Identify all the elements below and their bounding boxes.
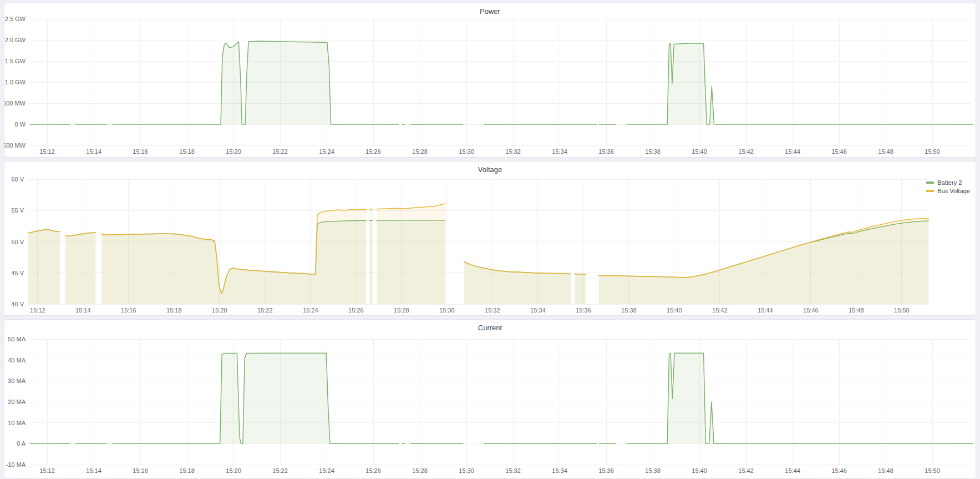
current-chart[interactable]: 50 MA40 MA30 MA20 MA10 MA0 A-10 MA15:121… <box>4 320 976 478</box>
panel-voltage-title[interactable]: Voltage <box>4 162 976 175</box>
x-axis-tick-label: 15:50 <box>925 148 940 155</box>
panel-power: Power 2.5 GW2.0 GW1.5 GW1.0 GW500 MW0 W-… <box>4 3 976 158</box>
x-axis-tick-label: 15:50 <box>894 307 910 314</box>
x-axis-tick-label: 15:48 <box>849 307 864 314</box>
series-line <box>575 274 586 274</box>
x-axis-tick-label: 15:14 <box>86 148 101 155</box>
y-axis-tick-label: 30 MA <box>8 377 26 384</box>
legend-item-battery-2[interactable]: Battery 2 <box>926 178 970 186</box>
series-area <box>627 43 973 124</box>
x-axis-tick-label: 15:14 <box>75 307 91 314</box>
x-axis-tick-label: 15:36 <box>598 148 614 155</box>
x-axis-tick-label: 15:18 <box>179 467 195 474</box>
y-axis-tick-label: 50 V <box>11 239 24 245</box>
x-axis-tick-label: 15:30 <box>439 307 455 314</box>
x-axis-tick-label: 15:44 <box>758 307 773 314</box>
x-axis-tick-label: 15:44 <box>785 148 800 155</box>
series-area <box>464 262 571 305</box>
x-axis-tick-label: 15:18 <box>166 307 182 314</box>
y-axis-tick-label: 50 MA <box>8 336 26 342</box>
x-axis-tick-label: 15:28 <box>412 467 428 474</box>
voltage-legend: Battery 2Bus Voltage <box>926 178 970 195</box>
x-axis-tick-label: 15:28 <box>394 307 409 314</box>
panel-voltage: Voltage 60 V55 V50 V45 V40 V15:1215:1415… <box>4 161 976 316</box>
y-axis-tick-label: 45 V <box>11 270 24 276</box>
x-axis-tick-label: 15:46 <box>831 467 847 474</box>
series-area <box>28 230 60 304</box>
x-axis-tick-label: 15:26 <box>365 467 381 474</box>
x-axis-tick-label: 15:50 <box>925 467 940 474</box>
x-axis-tick-label: 15:28 <box>412 148 428 155</box>
y-axis-tick-label: 0 W <box>14 121 26 128</box>
x-axis-tick-label: 15:20 <box>226 148 241 155</box>
x-axis-tick-label: 15:30 <box>459 148 474 155</box>
x-axis-tick-label: 15:12 <box>30 307 45 314</box>
x-axis-tick-label: 15:40 <box>692 467 707 474</box>
x-axis-tick-label: 15:14 <box>86 467 101 474</box>
y-axis-tick-label: 0 A <box>17 440 26 447</box>
voltage-chart[interactable]: 60 V55 V50 V45 V40 V15:1215:1415:1615:18… <box>4 162 976 315</box>
x-axis-tick-label: 15:16 <box>133 467 148 474</box>
x-axis-tick-label: 15:42 <box>738 467 754 474</box>
x-axis-tick-label: 15:34 <box>552 148 567 155</box>
legend-swatch-icon <box>926 181 934 184</box>
y-axis-tick-label: -500 MW <box>4 142 26 149</box>
x-axis-tick-label: 15:26 <box>365 148 381 155</box>
y-axis-tick-label: 55 V <box>11 207 24 214</box>
series-area <box>599 218 929 304</box>
series-area <box>101 209 366 304</box>
x-axis-tick-label: 15:48 <box>878 148 893 155</box>
series-area <box>113 353 399 443</box>
y-axis-tick-label: 40 MA <box>8 357 26 364</box>
legend-label: Bus Voltage <box>937 188 970 194</box>
x-axis-tick-label: 15:36 <box>598 467 614 474</box>
x-axis-tick-label: 15:34 <box>530 307 546 314</box>
x-axis-tick-label: 15:16 <box>121 307 136 314</box>
y-axis-tick-label: 500 MW <box>4 100 26 107</box>
power-chart[interactable]: 2.5 GW2.0 GW1.5 GW1.0 GW500 MW0 W-500 MW… <box>4 3 976 157</box>
panel-current-title[interactable]: Current <box>4 320 976 333</box>
x-axis-tick-label: 15:42 <box>738 148 754 155</box>
x-axis-tick-label: 15:24 <box>319 467 334 474</box>
y-axis-tick-label: 1.0 GW <box>5 79 26 85</box>
y-axis-tick-label: 20 MA <box>8 399 26 405</box>
x-axis-tick-label: 15:26 <box>348 307 364 314</box>
series-area <box>627 353 973 443</box>
series-area <box>369 209 372 304</box>
x-axis-tick-label: 15:22 <box>257 307 273 314</box>
x-axis-tick-label: 15:38 <box>621 307 637 314</box>
x-axis-tick-label: 15:12 <box>39 148 55 155</box>
y-axis-tick-label: 1.5 GW <box>5 58 26 64</box>
y-axis-tick-label: -10 MA <box>6 461 26 468</box>
y-axis-tick-label: 60 V <box>11 176 24 183</box>
legend-item-bus-voltage[interactable]: Bus Voltage <box>926 186 970 195</box>
y-axis-tick-label: 40 V <box>11 301 24 307</box>
series-area <box>113 41 399 124</box>
x-axis-tick-label: 15:46 <box>803 307 819 314</box>
x-axis-tick-label: 15:34 <box>552 467 567 474</box>
x-axis-tick-label: 15:32 <box>505 467 521 474</box>
series-area <box>377 204 445 304</box>
y-axis-tick-label: 10 MA <box>8 420 26 426</box>
x-axis-tick-label: 15:30 <box>459 467 474 474</box>
x-axis-tick-label: 15:24 <box>319 148 334 155</box>
legend-label: Battery 2 <box>937 179 962 186</box>
x-axis-tick-label: 15:16 <box>133 148 148 155</box>
series-area <box>575 274 586 304</box>
x-axis-tick-label: 15:32 <box>505 148 521 155</box>
x-axis-tick-label: 15:44 <box>785 467 800 474</box>
y-axis-tick-label: 2.0 GW <box>5 37 26 43</box>
x-axis-tick-label: 15:38 <box>645 467 661 474</box>
x-axis-tick-label: 15:24 <box>303 307 318 314</box>
x-axis-tick-label: 15:32 <box>485 307 500 314</box>
panel-current: Current 50 MA40 MA30 MA20 MA10 MA0 A-10 … <box>4 319 976 478</box>
x-axis-tick-label: 15:46 <box>831 148 847 155</box>
x-axis-tick-label: 15:18 <box>179 148 195 155</box>
series-area <box>65 233 96 304</box>
x-axis-tick-label: 15:40 <box>692 148 707 155</box>
x-axis-tick-label: 15:22 <box>272 148 288 155</box>
x-axis-tick-label: 15:20 <box>226 467 241 474</box>
x-axis-tick-label: 15:12 <box>39 467 55 474</box>
panel-power-title[interactable]: Power <box>4 3 976 17</box>
x-axis-tick-label: 15:48 <box>878 467 893 474</box>
